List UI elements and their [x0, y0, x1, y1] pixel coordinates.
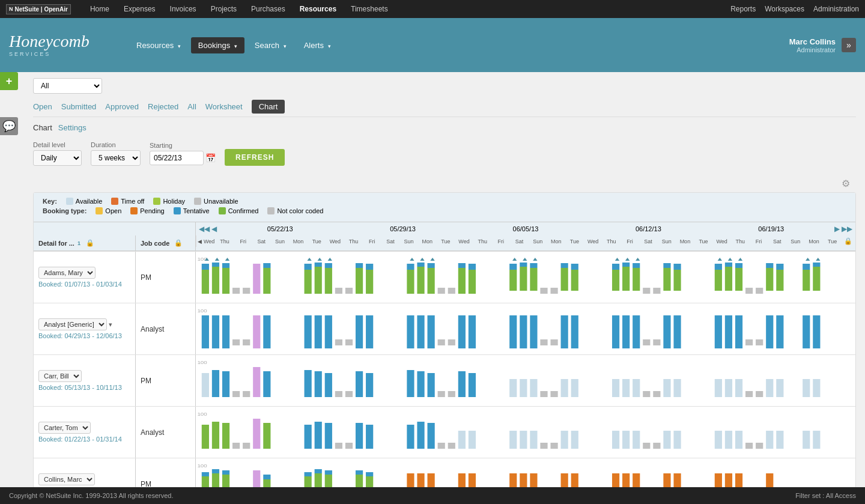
resource-select-adams[interactable]: Adams, Mary — [38, 267, 96, 279]
svg-rect-193 — [263, 423, 270, 449]
nav-reports[interactable]: Reports — [730, 5, 756, 13]
svg-rect-29 — [253, 264, 260, 294]
nav-projects[interactable]: Projects — [204, 0, 244, 18]
jobcode-lock-icon[interactable]: 🔒 — [172, 239, 185, 247]
right-lock-icon[interactable]: 🔒 — [842, 237, 855, 245]
svg-rect-199 — [356, 423, 363, 449]
nav-timesheets[interactable]: Timesheets — [344, 0, 395, 18]
settings-link[interactable]: Settings — [58, 123, 86, 132]
svg-text:100: 100 — [197, 257, 207, 262]
date-label-3: 06/05/13 — [513, 225, 539, 232]
svg-rect-242 — [263, 475, 270, 479]
tab-chart[interactable]: Chart — [252, 100, 285, 114]
svg-rect-155 — [366, 373, 373, 397]
svg-rect-224 — [735, 431, 742, 449]
resource-select-analyst[interactable]: Analyst [Generic] — [38, 318, 107, 330]
tab-all[interactable]: All — [187, 100, 196, 114]
calendar-icon[interactable]: 📅 — [205, 153, 216, 163]
next-far-arrow[interactable]: ▶▶ — [842, 225, 852, 233]
svg-rect-85 — [735, 263, 742, 268]
svg-rect-176 — [673, 379, 681, 397]
date-label-4: 06/12/13 — [636, 225, 661, 232]
filter-bar: All My Resources Team — [33, 78, 856, 94]
comment-button[interactable]: 💬 — [0, 117, 18, 135]
nav-purchases[interactable]: Purchases — [244, 0, 293, 18]
svg-rect-230 — [813, 431, 820, 449]
duration-select[interactable]: 5 weeks 2 weeks 4 weeks 8 weeks — [91, 150, 141, 166]
tab-open[interactable]: Open — [33, 100, 52, 114]
resource-select-carter[interactable]: Carter, Tom — [38, 422, 91, 434]
nav-alerts-btn[interactable]: Alerts ▾ — [297, 37, 338, 53]
svg-rect-221 — [673, 431, 681, 449]
sidebar: + 💬 — [0, 72, 21, 135]
svg-rect-40 — [356, 268, 363, 294]
svg-text:100: 100 — [197, 360, 207, 365]
nav-resources-btn[interactable]: Resources ▾ — [129, 37, 188, 53]
day-mon-1: Mon — [289, 238, 308, 244]
starting-label: Starting — [150, 142, 216, 149]
svg-rect-51 — [448, 288, 455, 294]
nav-bookings-btn[interactable]: Bookings ▾ — [191, 37, 244, 53]
rr-chart-carr: 100 — [196, 355, 855, 406]
svg-rect-30 — [263, 268, 270, 294]
rr-jobcode-carter: Analyst — [135, 407, 195, 458]
day-sun-4: Sun — [657, 238, 676, 244]
nav-administration[interactable]: Administration — [813, 5, 859, 13]
nav-invoices[interactable]: Invoices — [163, 0, 204, 18]
legend-holiday: Holiday — [153, 198, 185, 205]
day-tue-5: Tue — [823, 238, 842, 244]
svg-rect-198 — [345, 443, 353, 449]
header-right: ◀ Wed Thu Fri Sat Sun Mon Tue Wed Thu Fr… — [196, 235, 855, 250]
add-button[interactable]: + — [0, 72, 18, 90]
nav-expenses[interactable]: Expenses — [117, 0, 163, 18]
jobcode-label: Job code — [141, 240, 169, 247]
filter-select[interactable]: All My Resources Team — [33, 78, 102, 94]
day-fri-2: Fri — [363, 238, 381, 244]
svg-rect-70 — [622, 267, 630, 291]
detail-level-select[interactable]: Daily Weekly Monthly — [33, 150, 82, 166]
rr-jobcode-carr: PM — [135, 355, 195, 406]
svg-rect-165 — [530, 379, 537, 397]
svg-rect-28 — [243, 288, 250, 294]
tabs-bar: Open Submitted Approved Rejected All Wor… — [33, 100, 856, 117]
svg-rect-55 — [469, 264, 476, 270]
nav-resources[interactable]: Resources — [293, 0, 344, 18]
gear-icon[interactable]: ⚙ — [842, 178, 850, 189]
svg-rect-210 — [530, 431, 537, 449]
next-arrow[interactable]: ▶ — [834, 225, 840, 233]
nav-workspaces[interactable]: Workspaces — [765, 5, 804, 13]
nav-home[interactable]: Home — [83, 0, 117, 18]
refresh-button[interactable]: REFRESH — [225, 149, 285, 166]
nav-search-btn[interactable]: Search ▾ — [247, 37, 294, 53]
starting-group: Starting 📅 — [150, 142, 216, 165]
svg-rect-87 — [756, 288, 763, 294]
svg-rect-158 — [428, 373, 435, 397]
svg-rect-159 — [438, 391, 445, 397]
pending-box — [130, 207, 138, 214]
svg-marker-5 — [318, 258, 322, 261]
detail-level-label: Detail level — [33, 141, 82, 148]
svg-text:100: 100 — [197, 411, 207, 417]
tab-approved[interactable]: Approved — [105, 100, 139, 114]
controls-bar: Detail level Daily Weekly Monthly Durati… — [33, 141, 856, 166]
user-role: Administrator — [789, 46, 836, 53]
svg-rect-246 — [315, 469, 322, 473]
day-sun-5: Sun — [786, 238, 805, 244]
tab-submitted[interactable]: Submitted — [61, 100, 97, 114]
expand-button[interactable]: » — [842, 38, 856, 52]
analyst-dropdown-arrow[interactable]: ▾ — [109, 321, 112, 329]
svg-rect-127 — [633, 315, 640, 348]
tab-rejected[interactable]: Rejected — [148, 100, 178, 114]
unavailable-box — [194, 198, 201, 205]
detail-lock-icon[interactable]: 🔒 — [83, 239, 97, 247]
prev-arrow[interactable]: ◀ — [211, 225, 217, 233]
tab-worksheet[interactable]: Worksheet — [205, 100, 243, 114]
resource-select-carr[interactable]: Carr, Bill — [38, 370, 82, 382]
svg-marker-7 — [410, 258, 414, 261]
date-labels: 05/22/13 05/29/13 06/05/13 06/12/13 06/1… — [219, 225, 833, 232]
starting-date-input[interactable] — [150, 151, 204, 165]
resource-select-collins[interactable]: Collins, Marc — [38, 473, 95, 485]
rr-chart-adams: 100 — [196, 252, 855, 303]
prev-far-arrow[interactable]: ◀◀ — [199, 225, 210, 233]
svg-rect-102 — [253, 315, 260, 348]
